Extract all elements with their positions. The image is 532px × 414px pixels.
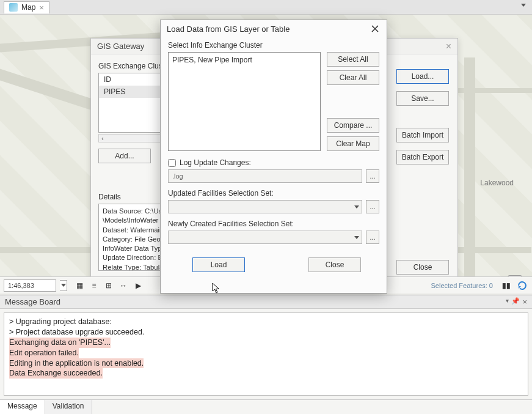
tool-icon[interactable]: ▶	[132, 279, 144, 292]
tab-message[interactable]: Message	[0, 400, 45, 414]
chevron-down-icon	[354, 236, 359, 239]
message-board-title: Message Board	[5, 297, 60, 306]
map-tool-icons: ▦ ≡ ⊞ ↔ ▶	[73, 279, 144, 292]
dialog-header[interactable]: Load Data from GIS Layer or Table	[161, 20, 387, 37]
log-update-label: Log Update Changes:	[180, 158, 251, 167]
tool-icon[interactable]: ⊞	[103, 279, 115, 292]
scale-value: 1:46,383	[8, 282, 34, 289]
message-board-body[interactable]: > Upgrading project database: > Project …	[4, 312, 528, 396]
tool-icon[interactable]: ≡	[88, 279, 100, 292]
message-line: > Project database upgrade succeeded.	[9, 327, 523, 338]
message-line-error: Edit operation failed.	[9, 348, 79, 358]
select-all-button[interactable]: Select All	[327, 52, 379, 67]
load-button[interactable]: Load	[192, 257, 245, 272]
batch-export-button[interactable]: Batch Export	[396, 150, 449, 164]
document-tabbar: Map ×	[0, 0, 532, 15]
load-data-dialog: Load Data from GIS Layer or Table Select…	[160, 20, 387, 294]
chevron-down-icon[interactable]: ▾	[506, 297, 509, 306]
cluster-select-list[interactable]: PIPES, New Pipe Import	[168, 52, 321, 151]
message-board-header: Message Board ▾ 📌 ×	[0, 295, 532, 309]
spacer	[396, 113, 449, 120]
updated-facilities-combo[interactable]	[168, 200, 362, 213]
pin-icon[interactable]: 📌	[511, 297, 520, 306]
save-button[interactable]: Save...	[396, 91, 449, 106]
refresh-button[interactable]	[516, 279, 528, 292]
updated-facilities-label: Updated Facilities Selection Set:	[168, 189, 379, 198]
close-button[interactable]: Close	[308, 257, 361, 272]
pause-button[interactable]: ▮▮	[500, 279, 512, 292]
tab-validation[interactable]: Validation	[45, 400, 92, 414]
batch-import-button[interactable]: Batch Import	[396, 128, 449, 142]
tool-icon[interactable]: ▦	[73, 279, 86, 292]
selected-features-label[interactable]: Selected Features: 0	[431, 282, 493, 289]
close-icon[interactable]	[370, 23, 381, 34]
message-board-tabs: Message Validation	[0, 399, 532, 414]
newly-created-label: Newly Created Facilities Selection Set:	[168, 220, 379, 228]
message-line: > Upgrading project database:	[9, 317, 523, 327]
select-cluster-label: Select Info Exchange Cluster	[168, 41, 379, 50]
clear-all-button[interactable]: Clear All	[327, 70, 379, 85]
chevron-down-icon	[61, 284, 66, 287]
message-line-error: Exchanging data on 'PIPES'...	[9, 338, 111, 348]
add-button[interactable]: Add...	[98, 149, 151, 163]
message-board-panel: Message Board ▾ 📌 × > Upgrading project …	[0, 295, 532, 414]
close-icon[interactable]: ×	[446, 41, 451, 52]
browse-button[interactable]: ...	[366, 200, 379, 213]
gateway-close-row: Close	[396, 260, 449, 275]
tabbar-dropdown[interactable]	[521, 4, 528, 11]
close-icon[interactable]: ×	[522, 297, 527, 306]
chevron-down-icon	[354, 205, 359, 209]
browse-button[interactable]: ...	[366, 169, 379, 183]
gateway-right-buttons: Load... Save... Batch Import Batch Expor…	[396, 69, 449, 164]
map-icon	[9, 3, 18, 12]
message-line-error: Data Exchange succeeded.	[9, 368, 103, 379]
compare-button[interactable]: Compare ...	[327, 118, 379, 133]
message-line-error: Editing in the application is not enable…	[9, 358, 144, 369]
chevron-down-icon	[521, 4, 526, 7]
scale-input[interactable]: 1:46,383	[4, 279, 56, 292]
spacer	[327, 89, 379, 114]
tool-icon[interactable]: ↔	[117, 279, 129, 292]
close-icon[interactable]: ×	[39, 3, 44, 12]
map-tab[interactable]: Map ×	[4, 1, 49, 13]
close-button[interactable]: Close	[396, 260, 449, 275]
browse-button[interactable]: ...	[366, 231, 379, 244]
clear-map-button[interactable]: Clear Map	[327, 136, 379, 151]
list-item[interactable]: PIPES, New Pipe Import	[172, 55, 316, 65]
map-place-label: Lakewood	[480, 179, 514, 187]
newly-created-combo[interactable]	[168, 231, 362, 244]
dialog-title: Load Data from GIS Layer or Table	[167, 24, 290, 34]
map-tab-label: Map	[21, 3, 35, 12]
scale-dropdown[interactable]	[60, 280, 67, 291]
load-button[interactable]: Load...	[396, 69, 449, 84]
chevron-left-icon[interactable]: ‹	[99, 135, 106, 142]
gis-gateway-title: GIS Gateway	[97, 42, 144, 51]
log-file-input[interactable]	[168, 169, 362, 183]
log-update-checkbox[interactable]	[168, 159, 176, 167]
